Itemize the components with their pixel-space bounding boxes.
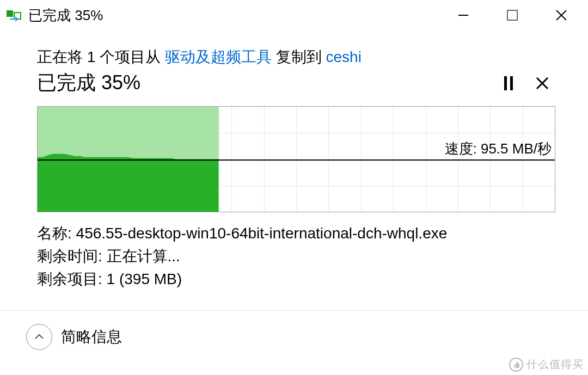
progress-title: 已完成 35% (37, 70, 488, 96)
source-folder-link[interactable]: 驱动及超频工具 (165, 48, 272, 65)
copy-progress-icon (7, 9, 23, 21)
svg-rect-0 (7, 10, 13, 17)
copy-description: 正在将 1 个项目从 驱动及超频工具 复制到 ceshi (37, 47, 555, 67)
minimize-icon (457, 9, 469, 21)
items-remaining-value: 1 (395 MB) (107, 271, 182, 287)
window-controls (439, 0, 586, 30)
watermark: 什么值得买 (509, 357, 584, 372)
items-remaining-label: 剩余项目: (37, 271, 107, 287)
chevron-up-icon (34, 331, 45, 342)
svg-marker-10 (38, 154, 219, 212)
minimize-button[interactable] (439, 0, 488, 30)
items-remaining-row: 剩余项目: 1 (395 MB) (37, 268, 555, 291)
content-area: 正在将 1 个项目从 驱动及超频工具 复制到 ceshi 已完成 35% 速度:… (0, 30, 588, 291)
close-icon (555, 9, 568, 22)
speed-chart: 速度: 95.5 MB/秒 (37, 106, 555, 212)
time-remaining-label: 剩余时间: (37, 248, 107, 265)
svg-rect-7 (510, 76, 513, 90)
maximize-icon (507, 10, 518, 21)
close-button[interactable] (537, 0, 586, 30)
details-toggle-label[interactable]: 简略信息 (61, 327, 122, 347)
desc-middle: 复制到 (272, 48, 326, 65)
progress-header: 已完成 35% (37, 70, 555, 96)
cancel-icon (535, 76, 549, 90)
speed-indicator-line (38, 159, 555, 161)
svg-rect-3 (507, 10, 517, 20)
file-name-label: 名称: (37, 225, 76, 242)
destination-folder-link[interactable]: ceshi (326, 48, 361, 65)
time-remaining-value: 正在计算... (107, 248, 180, 265)
window-title: 已完成 35% (28, 6, 439, 25)
watermark-text: 什么值得买 (526, 357, 584, 372)
maximize-button[interactable] (488, 0, 537, 30)
footer: 简略信息 (0, 311, 588, 350)
thumb-icon (509, 358, 523, 372)
details-toggle-button[interactable] (26, 324, 52, 350)
file-name-row: 名称: 456.55-desktop-win10-64bit-internati… (37, 222, 555, 245)
time-remaining-row: 剩余时间: 正在计算... (37, 245, 555, 268)
titlebar: 已完成 35% (0, 0, 588, 30)
cancel-button[interactable] (529, 70, 555, 96)
svg-rect-1 (14, 13, 21, 19)
svg-rect-6 (504, 76, 507, 90)
pause-button[interactable] (495, 70, 522, 96)
desc-prefix: 正在将 1 个项目从 (37, 48, 165, 65)
pause-icon (503, 76, 514, 90)
transfer-details: 名称: 456.55-desktop-win10-64bit-internati… (37, 222, 555, 291)
file-name-value: 456.55-desktop-win10-64bit-international… (76, 225, 448, 242)
speed-label: 速度: 95.5 MB/秒 (445, 139, 552, 158)
